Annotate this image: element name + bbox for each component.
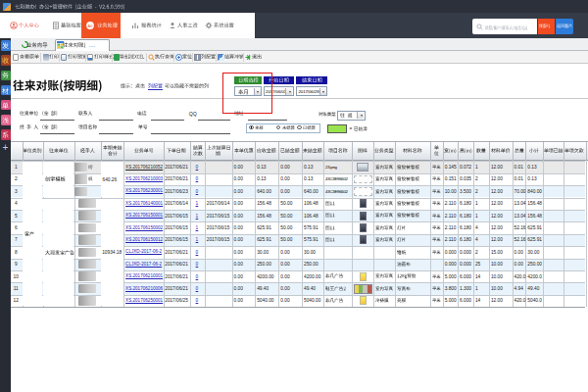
svg-text:A0: A0	[88, 24, 94, 28]
